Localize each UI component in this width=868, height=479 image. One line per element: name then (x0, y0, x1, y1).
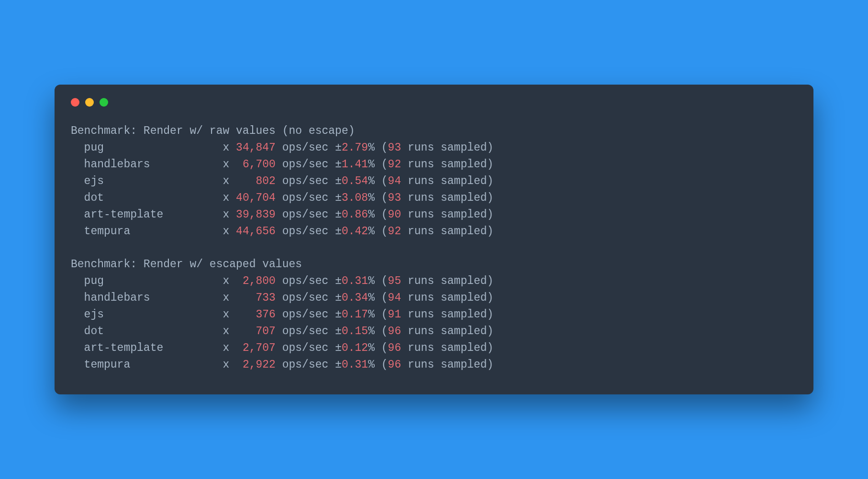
ops-label: ops/sec ± (276, 325, 342, 337)
engine-name: handlebars (84, 158, 223, 171)
ops-value: 44,656 (236, 225, 276, 238)
runs-label: runs sampled) (401, 359, 493, 371)
percent-sign: % ( (368, 342, 388, 354)
ops-label: ops/sec ± (276, 292, 342, 304)
engine-name: ejs (84, 175, 223, 187)
ops-label: ops/sec ± (276, 308, 342, 321)
benchmark-row: dot x 40,704 ops/sec ±3.08% (93 runs sam… (71, 192, 493, 204)
ops-label: ops/sec ± (276, 342, 342, 354)
x-separator: x (223, 158, 236, 171)
benchmark-title: Benchmark: Render w/ escaped values (71, 258, 302, 271)
runs-label: runs sampled) (401, 292, 493, 304)
ops-value: 2,707 (236, 342, 276, 354)
percent-sign: % ( (368, 359, 388, 371)
ops-value: 802 (236, 175, 276, 187)
runs-value: 96 (388, 325, 401, 337)
ops-value: 733 (236, 292, 276, 304)
engine-name: pug (84, 275, 223, 287)
x-separator: x (223, 292, 236, 304)
runs-label: runs sampled) (401, 225, 493, 238)
x-separator: x (223, 225, 236, 238)
variance-value: 2.79 (342, 142, 368, 154)
ops-label: ops/sec ± (276, 225, 342, 238)
ops-value: 376 (236, 308, 276, 321)
benchmark-row: handlebars x 6,700 ops/sec ±1.41% (92 ru… (71, 158, 493, 171)
runs-label: runs sampled) (401, 208, 493, 221)
variance-value: 0.34 (342, 292, 368, 304)
x-separator: x (223, 208, 236, 221)
x-separator: x (223, 275, 236, 287)
percent-sign: % ( (368, 192, 388, 204)
runs-value: 96 (388, 359, 401, 371)
engine-name: art-template (84, 208, 223, 221)
ops-label: ops/sec ± (276, 142, 342, 154)
runs-label: runs sampled) (401, 275, 493, 287)
benchmark-row: art-template x 39,839 ops/sec ±0.86% (90… (71, 208, 493, 221)
runs-value: 91 (388, 308, 401, 321)
benchmark-row: art-template x 2,707 ops/sec ±0.12% (96 … (71, 342, 493, 354)
runs-value: 96 (388, 342, 401, 354)
benchmark-row: handlebars x 733 ops/sec ±0.34% (94 runs… (71, 292, 493, 304)
percent-sign: % ( (368, 158, 388, 171)
engine-name: ejs (84, 308, 223, 321)
terminal-output: Benchmark: Render w/ raw values (no esca… (71, 123, 797, 373)
benchmark-row: tempura x 2,922 ops/sec ±0.31% (96 runs … (71, 359, 493, 371)
percent-sign: % ( (368, 175, 388, 187)
ops-value: 2,922 (236, 359, 276, 371)
x-separator: x (223, 342, 236, 354)
percent-sign: % ( (368, 142, 388, 154)
ops-value: 6,700 (236, 158, 276, 171)
runs-value: 93 (388, 142, 401, 154)
benchmark-row: tempura x 44,656 ops/sec ±0.42% (92 runs… (71, 225, 493, 238)
benchmark-title: Benchmark: Render w/ raw values (no esca… (71, 125, 355, 137)
variance-value: 0.86 (342, 208, 368, 221)
runs-value: 90 (388, 208, 401, 221)
variance-value: 0.42 (342, 225, 368, 238)
ops-label: ops/sec ± (276, 175, 342, 187)
engine-name: tempura (84, 359, 223, 371)
x-separator: x (223, 192, 236, 204)
percent-sign: % ( (368, 292, 388, 304)
ops-label: ops/sec ± (276, 208, 342, 221)
runs-label: runs sampled) (401, 175, 493, 187)
benchmark-row: pug x 2,800 ops/sec ±0.31% (95 runs samp… (71, 275, 493, 287)
runs-value: 92 (388, 158, 401, 171)
runs-value: 94 (388, 292, 401, 304)
benchmark-row: pug x 34,847 ops/sec ±2.79% (93 runs sam… (71, 142, 493, 154)
variance-value: 0.54 (342, 175, 368, 187)
benchmark-row: dot x 707 ops/sec ±0.15% (96 runs sample… (71, 325, 493, 337)
ops-value: 40,704 (236, 192, 276, 204)
variance-value: 0.31 (342, 359, 368, 371)
variance-value: 0.31 (342, 275, 368, 287)
x-separator: x (223, 308, 236, 321)
ops-label: ops/sec ± (276, 192, 342, 204)
engine-name: handlebars (84, 292, 223, 304)
ops-label: ops/sec ± (276, 275, 342, 287)
engine-name: dot (84, 325, 223, 337)
variance-value: 1.41 (342, 158, 368, 171)
window-maximize-icon[interactable] (100, 98, 108, 107)
ops-value: 34,847 (236, 142, 276, 154)
engine-name: art-template (84, 342, 223, 354)
percent-sign: % ( (368, 275, 388, 287)
percent-sign: % ( (368, 308, 388, 321)
runs-value: 93 (388, 192, 401, 204)
runs-label: runs sampled) (401, 142, 493, 154)
variance-value: 0.17 (342, 308, 368, 321)
runs-value: 95 (388, 275, 401, 287)
window-close-icon[interactable] (71, 98, 79, 107)
percent-sign: % ( (368, 225, 388, 238)
runs-label: runs sampled) (401, 342, 493, 354)
percent-sign: % ( (368, 325, 388, 337)
ops-value: 2,800 (236, 275, 276, 287)
terminal-window: Benchmark: Render w/ raw values (no esca… (55, 85, 813, 394)
runs-label: runs sampled) (401, 325, 493, 337)
window-minimize-icon[interactable] (85, 98, 94, 107)
percent-sign: % ( (368, 208, 388, 221)
benchmark-row: ejs x 376 ops/sec ±0.17% (91 runs sample… (71, 308, 493, 321)
x-separator: x (223, 359, 236, 371)
variance-value: 3.08 (342, 192, 368, 204)
ops-label: ops/sec ± (276, 158, 342, 171)
runs-value: 92 (388, 225, 401, 238)
ops-value: 707 (236, 325, 276, 337)
